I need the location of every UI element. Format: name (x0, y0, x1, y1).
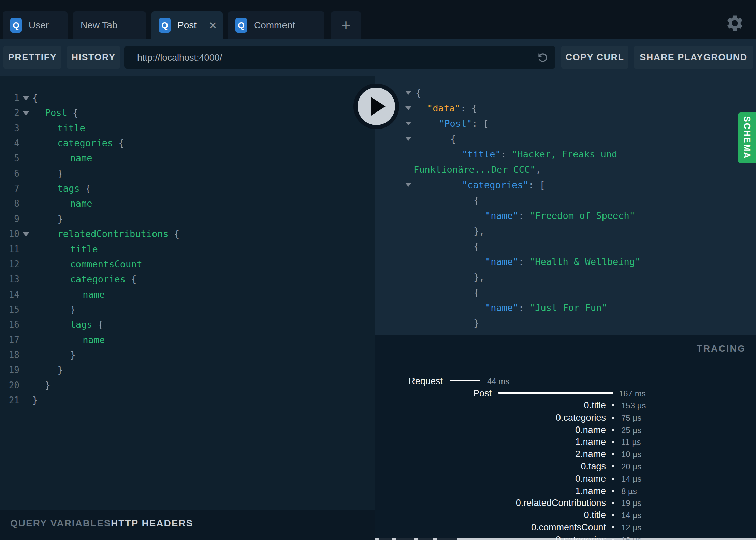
line-number: 20 (0, 378, 19, 393)
line-number: 1 (0, 90, 19, 105)
tab-label: Comment (254, 20, 295, 31)
query-line[interactable]: name (83, 332, 105, 347)
query-line[interactable]: } (45, 378, 50, 393)
tracing-heading: TRACING (697, 344, 746, 354)
query-line[interactable]: categories { (58, 136, 124, 151)
code-token: title (58, 123, 85, 133)
add-tab-button[interactable]: + (331, 11, 361, 39)
url-input[interactable] (136, 46, 523, 69)
http-headers-tab[interactable]: HTTP HEADERS (111, 518, 193, 529)
code-token: { (474, 195, 479, 206)
query-line[interactable]: relatedContributions { (58, 226, 180, 241)
code-token: categories (58, 138, 119, 148)
query-editor[interactable]: 1{2Post {3title4categories {5name6}7tags… (0, 76, 375, 510)
query-line[interactable]: name (70, 151, 92, 166)
resolver-path: 0.categories (556, 534, 606, 540)
code-token: categories (70, 274, 131, 284)
code-token: "Hacker, Freaks und (512, 149, 617, 160)
code-token: : { (461, 103, 477, 114)
prettify-button[interactable]: PRETTIFY (3, 46, 61, 69)
graphql-playground: QUserNew TabQPost×QComment + PRETTIFY HI… (0, 0, 756, 540)
tab-post[interactable]: QPost× (151, 11, 223, 39)
bottom-bar: QUERY VARIABLES HTTP HEADERS (0, 510, 375, 540)
line-number: 6 (0, 166, 19, 181)
share-playground-button[interactable]: SHARE PLAYGROUND (634, 46, 753, 69)
fold-arrow-icon[interactable] (405, 122, 411, 125)
play-button[interactable] (353, 84, 399, 129)
response-line: }, (474, 270, 485, 285)
tab-comment[interactable]: QComment (228, 11, 324, 39)
resolver-path: 1.name (575, 436, 606, 448)
query-line[interactable]: { (32, 90, 38, 105)
query-line[interactable]: } (32, 393, 38, 408)
line-number: 11 (0, 242, 19, 257)
schema-tab[interactable]: SCHEMA (738, 112, 756, 163)
response-line: } (474, 316, 479, 331)
line-number: 13 (0, 272, 19, 287)
code-token: } (32, 395, 38, 405)
code-token: { (85, 183, 91, 194)
trace-dot (612, 441, 614, 443)
response-line: }, (474, 224, 485, 239)
code-token: : [ (528, 180, 545, 190)
line-number: 4 (0, 136, 19, 151)
query-line[interactable]: } (58, 362, 63, 377)
query-line[interactable]: } (70, 347, 75, 362)
query-line[interactable]: name (83, 287, 105, 302)
fold-arrow-icon[interactable] (23, 96, 29, 100)
close-tab-icon[interactable]: × (200, 19, 217, 32)
history-button[interactable]: HISTORY (67, 46, 120, 69)
line-number: 19 (0, 362, 19, 377)
query-line[interactable]: commentsCount (70, 257, 142, 272)
code-token: "categories" (462, 180, 528, 190)
query-variables-tab[interactable]: QUERY VARIABLES (10, 518, 111, 529)
resolver-duration: 20 µs (621, 462, 641, 472)
fold-arrow-icon[interactable] (23, 111, 29, 115)
response-line: { (450, 132, 456, 147)
query-line[interactable]: categories { (70, 272, 136, 287)
query-line[interactable]: Post { (45, 105, 78, 120)
resolver-duration: 10 µs (621, 449, 641, 460)
tab-user[interactable]: QUser (3, 11, 68, 39)
fold-arrow-icon[interactable] (23, 232, 29, 236)
plus-icon: + (341, 16, 351, 34)
code-token: { (474, 287, 479, 298)
copy-curl-button[interactable]: COPY CURL (561, 46, 628, 69)
query-line[interactable]: } (58, 211, 63, 226)
query-line[interactable]: tags { (58, 181, 91, 196)
line-number: 12 (0, 257, 19, 272)
resolver-path: 0.relatedContributions (516, 497, 606, 509)
code-token: relatedContributions (58, 228, 174, 239)
response-line: { (416, 86, 421, 101)
fold-arrow-icon[interactable] (405, 183, 411, 187)
query-badge: Q (235, 18, 247, 33)
query-line[interactable]: } (70, 302, 75, 317)
tab-new-tab[interactable]: New Tab (73, 11, 146, 39)
resolver-duration: 11 µs (621, 437, 641, 447)
code-token: } (45, 380, 50, 390)
code-token: : (519, 210, 530, 221)
fold-arrow-icon[interactable] (405, 137, 411, 141)
line-number: 9 (0, 211, 19, 226)
settings-gear-icon[interactable] (725, 14, 744, 33)
line-number: 21 (0, 393, 19, 408)
play-icon (371, 97, 386, 116)
reload-icon[interactable] (536, 51, 549, 64)
query-line[interactable]: title (58, 121, 85, 136)
toolbar: PRETTIFY HISTORY COPY CURL SHARE PLAYGRO… (0, 39, 756, 76)
line-number: 16 (0, 317, 19, 332)
code-token: "name" (485, 302, 519, 313)
resolver-path: 0.categories (556, 412, 606, 423)
code-token: { (73, 107, 78, 118)
query-line[interactable]: tags { (70, 317, 103, 332)
query-line[interactable]: title (70, 242, 98, 257)
code-token: } (58, 364, 63, 375)
query-line[interactable]: name (70, 196, 92, 211)
resolver-path: 2.name (575, 448, 606, 460)
fold-arrow-icon[interactable] (405, 91, 411, 95)
fold-arrow-icon[interactable] (405, 106, 411, 110)
trace-duration: 167 ms (619, 389, 646, 399)
query-line[interactable]: } (58, 166, 63, 181)
scrollbar-artifact (396, 538, 414, 540)
code-token: : (501, 149, 512, 160)
